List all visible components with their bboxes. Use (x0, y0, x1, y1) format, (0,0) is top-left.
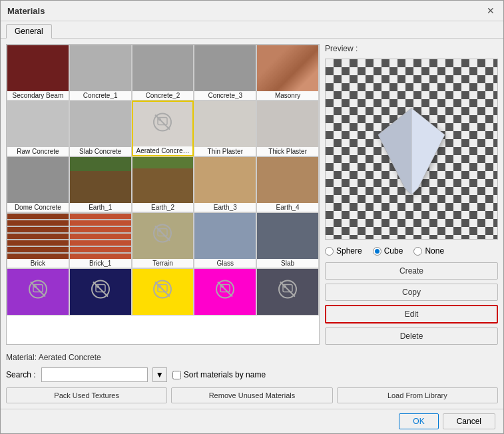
ok-button[interactable]: OK (399, 413, 438, 429)
material-thumb-earth4 (257, 157, 318, 203)
action-buttons-row: Pack Used Textures Remove Unused Materia… (1, 385, 503, 409)
material-thumb-dome-concrete (7, 157, 69, 203)
svg-marker-33 (411, 108, 445, 195)
material-thumb-earth1 (70, 157, 131, 203)
material-label-earth3: Earth_3 (194, 203, 256, 212)
cancel-button[interactable]: Cancel (443, 413, 495, 429)
material-cell-darkblue[interactable] (69, 268, 132, 316)
material-cell-secondary-beam[interactable]: Secondary Beam (7, 45, 69, 101)
radio-sphere-circle (325, 247, 334, 256)
svg-point-23 (221, 286, 224, 288)
sort-checkbox[interactable] (172, 371, 181, 379)
material-thumb-slab-concrete (70, 101, 131, 147)
material-thumb-raw-concrete (7, 101, 69, 147)
svg-point-11 (34, 286, 37, 288)
material-label-dome-concrete: Dome Concrete (7, 203, 69, 212)
material-cell-concrete3[interactable]: Concrete_3 (194, 45, 256, 101)
material-cell-magenta[interactable] (194, 268, 256, 316)
create-button[interactable]: Create (325, 262, 498, 280)
right-panel: Preview : (325, 44, 498, 345)
material-label-thin-plaster: Thin Plaster (194, 147, 256, 156)
search-input[interactable] (41, 367, 148, 382)
material-cell-concrete1[interactable]: Concrete_1 (69, 45, 132, 101)
material-thumb-yellow (132, 269, 194, 315)
material-cell-earth4[interactable]: Earth_4 (256, 156, 319, 212)
material-cell-earth1[interactable]: Earth_1 (69, 156, 132, 212)
material-thumb-thin-plaster (194, 101, 256, 147)
material-cell-aerated-concrete[interactable]: Aerated Concre… (132, 101, 194, 156)
dialog-title: Materials (7, 6, 45, 16)
material-cell-slab-concrete[interactable]: Slab Concrete (69, 101, 132, 156)
no-texture-icon (152, 223, 173, 249)
material-thumb-glass (194, 213, 256, 259)
no-texture-icon (214, 279, 236, 305)
search-row: Search : ▼ Sort materials by name (1, 365, 503, 385)
material-label-glass: Glass (194, 259, 256, 268)
material-cell-thin-plaster[interactable]: Thin Plaster (194, 101, 256, 156)
shape-radio-group: Sphere Cube None (325, 244, 498, 258)
material-cell-darkgray[interactable] (256, 268, 319, 316)
delete-button[interactable]: Delete (325, 327, 498, 345)
search-dropdown-arrow[interactable]: ▼ (152, 367, 167, 382)
material-thumb-brick (7, 213, 69, 259)
material-label-concrete3: Concrete_3 (194, 91, 256, 100)
material-thumb-earth2 (132, 157, 194, 203)
material-cell-purple[interactable] (7, 268, 69, 316)
pack-textures-button[interactable]: Pack Used Textures (6, 387, 167, 403)
material-label-aerated-concrete: Aerated Concre… (133, 146, 193, 155)
title-bar: Materials ✕ (1, 1, 503, 21)
radio-none-label: None (425, 246, 444, 256)
material-cell-concrete2[interactable]: Concrete_2 (132, 45, 194, 101)
material-cell-earth3[interactable]: Earth_3 (194, 156, 256, 212)
material-thumb-aerated-concrete (133, 102, 193, 146)
material-label-masonry: Masonry (257, 91, 318, 100)
material-thumb-purple (7, 269, 69, 315)
material-grid-scroll[interactable]: Secondary BeamConcrete_1Concrete_2Concre… (7, 45, 319, 344)
search-label: Search : (6, 370, 36, 379)
material-thumb-thick-plaster (257, 101, 318, 147)
material-cell-masonry[interactable]: Masonry (256, 45, 319, 101)
close-button[interactable]: ✕ (485, 5, 497, 17)
sort-checkbox-label[interactable]: Sort materials by name (172, 370, 266, 379)
radio-none[interactable]: None (413, 246, 444, 256)
material-cell-yellow[interactable] (132, 268, 194, 316)
radio-cube[interactable]: Cube (373, 246, 403, 256)
tab-general[interactable]: General (6, 24, 52, 39)
tab-bar: General (1, 21, 503, 39)
copy-button[interactable]: Copy (325, 284, 498, 301)
material-thumb-secondary-beam (7, 45, 69, 91)
material-label-earth2: Earth_2 (132, 203, 194, 212)
no-texture-icon (27, 279, 49, 305)
load-library-button[interactable]: Load From Library (337, 387, 498, 403)
material-label-slab-concrete: Slab Concrete (70, 147, 131, 156)
material-cell-earth2[interactable]: Earth_2 (132, 156, 194, 212)
material-cell-terrain[interactable]: Terrain (132, 212, 194, 268)
material-grid: Secondary BeamConcrete_1Concrete_2Concre… (7, 45, 319, 316)
radio-cube-circle (373, 247, 381, 256)
material-thumb-darkblue (70, 269, 131, 315)
edit-button[interactable]: Edit (325, 305, 498, 324)
material-thumb-concrete2 (132, 45, 194, 91)
material-thumb-terrain (132, 213, 194, 259)
radio-sphere[interactable]: Sphere (325, 246, 362, 256)
dialog-footer: OK Cancel (1, 409, 503, 433)
radio-none-circle (413, 247, 422, 256)
no-texture-icon (152, 279, 173, 305)
material-cell-thick-plaster[interactable]: Thick Plaster (256, 101, 319, 156)
material-cell-brick1[interactable]: Brick_1 (69, 212, 132, 268)
content-area: Secondary BeamConcrete_1Concrete_2Concre… (1, 39, 503, 350)
no-texture-icon (277, 279, 298, 305)
material-cell-dome-concrete[interactable]: Dome Concrete (7, 156, 69, 212)
material-thumb-slab (257, 213, 318, 259)
sort-label: Sort materials by name (184, 370, 266, 379)
material-label-earth4: Earth_4 (257, 203, 318, 212)
material-label-concrete2: Concrete_2 (132, 91, 194, 100)
material-label-earth1: Earth_1 (70, 203, 131, 212)
remove-unused-button[interactable]: Remove Unused Materials (171, 387, 332, 403)
material-cell-slab[interactable]: Slab (256, 212, 319, 268)
material-label-thick-plaster: Thick Plaster (257, 147, 318, 156)
material-label-raw-concrete: Raw Concrete (7, 147, 69, 156)
material-cell-raw-concrete[interactable]: Raw Concrete (7, 101, 69, 156)
material-cell-glass[interactable]: Glass (194, 212, 256, 268)
material-cell-brick[interactable]: Brick (7, 212, 69, 268)
